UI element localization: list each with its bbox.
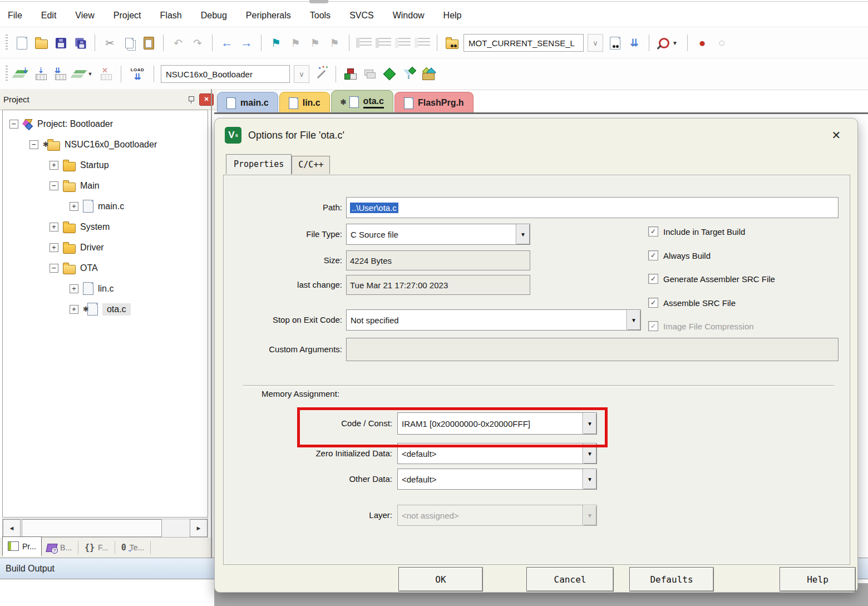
expand-icon[interactable]: +: [70, 284, 78, 293]
tree-row-project[interactable]: − Project: Bootloader: [3, 114, 208, 134]
manage-rte-button[interactable]: [382, 66, 397, 82]
uncomment-button[interactable]: [415, 35, 430, 51]
find-in-files-button[interactable]: [444, 35, 460, 51]
tab-c-cpp[interactable]: C/C++: [292, 156, 330, 174]
incremental-find-button[interactable]: ⇊: [627, 35, 642, 51]
checkbox-assemble-src[interactable]: ✓ Assemble SRC File: [648, 298, 736, 308]
menu-svcs[interactable]: SVCS: [349, 11, 374, 21]
dropdown-arrow-icon[interactable]: ▼: [583, 469, 596, 489]
expand-icon[interactable]: +: [50, 223, 58, 231]
navigate-forward-button[interactable]: →: [239, 35, 254, 51]
path-input[interactable]: ..\User\ota.c: [346, 197, 839, 218]
bookmark-prev-button[interactable]: ⚑: [288, 35, 303, 51]
editor-tab-ota-c[interactable]: ✱ ota.c: [331, 90, 393, 114]
dialog-titlebar[interactable]: Vs Options for File 'ota.c': [215, 119, 857, 152]
help-button[interactable]: Help: [780, 567, 856, 592]
batch-build-button[interactable]: ▼: [72, 66, 95, 82]
menu-view[interactable]: View: [75, 11, 94, 21]
collapse-icon[interactable]: −: [9, 120, 18, 129]
navigate-back-button[interactable]: ←: [219, 35, 235, 51]
toolbar-grip[interactable]: [6, 66, 8, 82]
collapse-icon[interactable]: −: [50, 264, 58, 273]
search-combobox[interactable]: MOT_CURRENT_SENSE_L: [463, 34, 584, 52]
tab-properties[interactable]: Properties: [226, 154, 292, 174]
tree-row-lin-c[interactable]: + lin.c: [3, 278, 208, 299]
tree-row-system[interactable]: + System: [3, 216, 208, 237]
menu-peripherals[interactable]: Peripherals: [246, 11, 291, 21]
checkbox-always-build[interactable]: ✓ Always Build: [648, 250, 711, 260]
toolbar-grip[interactable]: [6, 35, 8, 51]
menu-help[interactable]: Help: [443, 11, 462, 21]
expand-icon[interactable]: +: [70, 202, 78, 211]
file-extensions-button[interactable]: [362, 66, 378, 82]
find-button[interactable]: [607, 35, 623, 51]
editor-tab-lin-c[interactable]: lin.c: [279, 92, 330, 114]
redo-button[interactable]: ↷: [190, 35, 205, 51]
tab-books[interactable]: B...: [42, 538, 77, 558]
tree-row-main-c[interactable]: + main.c: [3, 196, 208, 216]
checkbox-checked-icon[interactable]: ✓: [648, 298, 658, 308]
defaults-button[interactable]: Defaults: [629, 567, 714, 592]
dialog-close-button[interactable]: ✕: [828, 127, 844, 143]
tree-row-ota-group[interactable]: − OTA: [3, 258, 208, 278]
menu-window[interactable]: Window: [393, 11, 425, 21]
run-to-cursor-button[interactable]: ▼: [656, 35, 680, 51]
menu-tools[interactable]: Tools: [310, 11, 331, 21]
checkbox-checked-icon[interactable]: ✓: [648, 250, 658, 260]
bookmark-toggle-button[interactable]: ⚑: [268, 35, 284, 51]
target-dropdown-button[interactable]: ∨: [294, 65, 309, 83]
save-all-button[interactable]: [72, 35, 88, 51]
pin-icon[interactable]: [188, 96, 194, 104]
paste-button[interactable]: [141, 35, 156, 51]
tree-row-target[interactable]: − ✱ NSUC16x0_Bootloader: [3, 134, 208, 155]
copy-button[interactable]: [121, 35, 137, 51]
save-button[interactable]: [53, 35, 68, 51]
tree-row-startup[interactable]: + Startup: [3, 155, 208, 175]
checkbox-checked-icon[interactable]: ✓: [648, 226, 658, 237]
expand-icon[interactable]: +: [70, 305, 78, 314]
expand-icon[interactable]: +: [50, 243, 58, 252]
open-file-button[interactable]: [33, 35, 49, 51]
checkbox-generate-assembler-src[interactable]: ✓ Generate Assembler SRC File: [648, 274, 775, 284]
translate-button[interactable]: ⇣: [14, 66, 29, 82]
collapse-icon[interactable]: −: [29, 140, 38, 149]
bookmark-next-button[interactable]: ⚑: [307, 35, 323, 51]
tab-templates[interactable]: 0 Te...: [116, 538, 150, 558]
menu-file[interactable]: File: [8, 11, 22, 21]
menu-flash[interactable]: Flash: [160, 11, 182, 21]
indent-right-button[interactable]: [376, 35, 391, 51]
scroll-left-button[interactable]: ◄: [3, 519, 21, 537]
indent-left-button[interactable]: [356, 35, 372, 51]
undo-button[interactable]: ↶: [170, 35, 186, 51]
editor-tab-flashprg-h[interactable]: FlashPrg.h: [394, 92, 474, 114]
rebuild-button[interactable]: ⇊: [53, 66, 68, 82]
stop-on-exit-combobox[interactable]: Not specified ▼: [346, 309, 641, 331]
menu-project[interactable]: Project: [114, 11, 141, 21]
dropdown-arrow-icon[interactable]: ▼: [516, 224, 530, 244]
cancel-button[interactable]: Cancel: [526, 567, 614, 592]
tab-functions[interactable]: {} F...: [80, 538, 114, 558]
tree-row-ota-c[interactable]: + ✱ ota.c: [3, 299, 208, 319]
tree-hscrollbar[interactable]: ◄ ►: [2, 519, 208, 538]
editor-tab-main-c[interactable]: main.c: [217, 92, 278, 114]
select-packs-button[interactable]: [401, 66, 417, 82]
file-type-combobox[interactable]: C Source file ▼: [346, 224, 530, 245]
bookmark-clear-button[interactable]: ⚑: [327, 35, 342, 51]
expand-icon[interactable]: +: [50, 161, 58, 170]
scroll-right-button[interactable]: ►: [190, 519, 208, 537]
target-combobox[interactable]: NSUC16x0_Bootloader: [161, 65, 290, 83]
comment-button[interactable]: [395, 35, 411, 51]
insert-breakpoint-button[interactable]: ●: [694, 35, 710, 51]
cut-button[interactable]: ✂: [102, 35, 117, 51]
tree-row-driver[interactable]: + Driver: [3, 237, 208, 258]
collapse-icon[interactable]: −: [50, 181, 58, 190]
disable-breakpoint-button[interactable]: ○: [714, 35, 729, 51]
new-file-button[interactable]: [14, 35, 29, 51]
checkbox-checked-icon[interactable]: ✓: [648, 274, 658, 284]
pack-installer-button[interactable]: [421, 66, 436, 82]
build-button[interactable]: ⇣: [33, 66, 49, 82]
ok-button[interactable]: OK: [398, 567, 483, 592]
menu-edit[interactable]: Edit: [41, 11, 57, 21]
checkbox-include-in-target-build[interactable]: ✓ Include in Target Build: [648, 226, 745, 237]
dropdown-arrow-icon[interactable]: ▼: [627, 310, 640, 330]
